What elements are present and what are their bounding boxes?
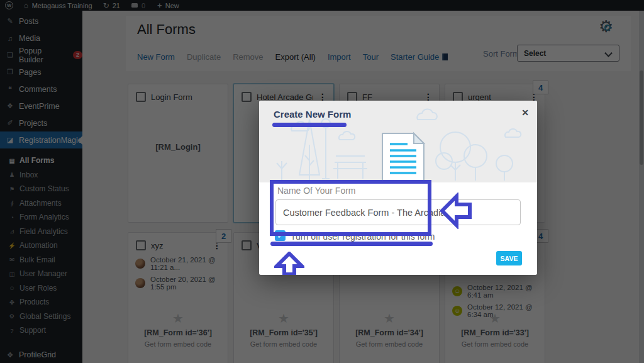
annotation-underline-checkbox bbox=[270, 242, 433, 246]
form-name-label: Name Of Your Form bbox=[277, 186, 356, 196]
annotation-underline-title bbox=[272, 123, 347, 127]
create-new-form-modal: Create New Form ✕ Name Of Your Form ✓ Tu… bbox=[259, 101, 537, 275]
wordpress-admin-page: W ⌂ Metagauss Training ↻ 21 0 + New ✎ Po… bbox=[0, 0, 644, 363]
document-icon bbox=[382, 133, 424, 181]
modal-title: Create New Form bbox=[274, 109, 351, 120]
check-icon: ✓ bbox=[277, 232, 283, 240]
turn-off-registration-checkbox[interactable]: ✓ bbox=[275, 230, 286, 241]
close-icon[interactable]: ✕ bbox=[521, 108, 529, 118]
turn-off-registration-label: Turn off user registration for this form bbox=[291, 232, 435, 242]
annotation-arrow-left bbox=[440, 193, 472, 229]
form-name-input[interactable] bbox=[275, 199, 521, 225]
save-button[interactable]: SAVE bbox=[496, 251, 522, 265]
annotation-arrow-up bbox=[274, 252, 304, 275]
